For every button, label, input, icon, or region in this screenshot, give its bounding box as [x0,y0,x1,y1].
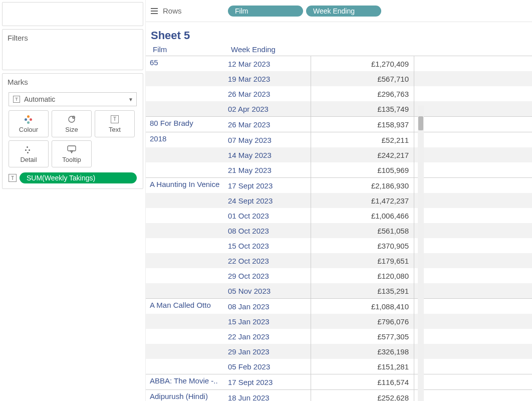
cell-value[interactable]: £242,217 [311,147,414,162]
table-row[interactable]: 08 Oct 2023£561,058 [146,223,532,238]
vertical-scrollbar[interactable] [418,105,424,401]
cell-date[interactable]: 15 Oct 2023 [224,238,311,253]
size-button[interactable]: Size [52,110,92,137]
cell-date[interactable]: 12 Mar 2023 [224,56,311,71]
table-row[interactable]: A Man Called Otto08 Jan 2023£1,088,410 [146,299,532,314]
cell-value[interactable]: £135,291 [311,283,414,298]
cell-date[interactable]: 01 Oct 2023 [224,208,311,223]
header-film[interactable]: Film [153,45,231,54]
table-row[interactable]: 22 Oct 2023£179,651 [146,253,532,268]
cell-date[interactable]: 21 May 2023 [224,162,311,177]
rows-pill-week[interactable]: Week Ending [306,6,381,17]
cell-film[interactable]: ABBA: The Movie -.. [146,374,224,386]
cell-value[interactable]: £135,749 [311,101,414,116]
cell-value[interactable]: £151,281 [311,359,414,374]
cell-value[interactable]: £158,937 [311,117,414,132]
table-row[interactable]: 05 Nov 2023£135,291 [146,283,532,298]
cell-value[interactable]: £796,076 [311,314,414,329]
rows-pill-film[interactable]: Film [228,6,303,17]
scrollbar-thumb[interactable] [418,116,423,130]
cell-value[interactable]: £2,186,930 [311,178,414,193]
cell-film[interactable] [146,329,224,331]
cell-film[interactable] [146,268,224,270]
detail-button[interactable]: Detail [9,140,49,167]
tooltip-button[interactable]: Tooltip [52,140,92,167]
cell-date[interactable]: 18 Jun 2023 [224,390,311,401]
cell-film[interactable]: 65 [146,56,224,68]
cell-date[interactable]: 22 Oct 2023 [224,253,311,268]
cell-film[interactable] [146,162,224,164]
cell-value[interactable]: £561,058 [311,223,414,238]
cell-value[interactable]: £1,088,410 [311,299,414,314]
cell-film[interactable]: 80 For Brady [146,117,224,128]
cell-date[interactable]: 07 May 2023 [224,132,311,147]
table-row[interactable]: 29 Jan 2023£326,198 [146,344,532,359]
table-row[interactable]: ABBA: The Movie -..17 Sept 2023£116,574 [146,374,532,389]
cell-value[interactable]: £179,651 [311,253,414,268]
cell-date[interactable]: 05 Feb 2023 [224,359,311,374]
cell-value[interactable]: £370,905 [311,238,414,253]
cell-film[interactable]: A Haunting In Venice [146,178,224,189]
cell-date[interactable]: 24 Sept 2023 [224,193,311,208]
table-row[interactable]: A Haunting In Venice17 Sept 2023£2,186,9… [146,178,532,193]
table-row[interactable]: 14 May 2023£242,217 [146,147,532,162]
table-row[interactable]: 05 Feb 2023£151,281 [146,359,532,374]
cell-date[interactable]: 22 Jan 2023 [224,329,311,344]
cell-date[interactable]: 17 Sept 2023 [224,178,311,193]
cell-date[interactable]: 29 Jan 2023 [224,344,311,359]
cell-film[interactable]: Adipurush (Hindi) [146,390,224,401]
table-row[interactable]: 29 Oct 2023£120,080 [146,268,532,283]
header-week[interactable]: Week Ending [231,45,318,54]
cell-value[interactable]: £105,969 [311,162,414,177]
cell-film[interactable] [146,208,224,210]
cell-value[interactable]: £1,472,237 [311,193,414,208]
table-row[interactable]: 80 For Brady26 Mar 2023£158,937 [146,117,532,132]
cell-date[interactable]: 08 Jan 2023 [224,299,311,314]
marks-type-select[interactable]: T Automatic ▼ [9,92,137,106]
cell-date[interactable]: 08 Oct 2023 [224,223,311,238]
cell-film[interactable] [146,253,224,255]
cell-value[interactable]: £577,305 [311,329,414,344]
cell-film[interactable] [146,314,224,316]
cell-film[interactable] [146,283,224,285]
rows-shelf[interactable]: Rows Film Week Ending [146,0,532,22]
cell-date[interactable]: 26 Mar 2023 [224,86,311,101]
table-row[interactable]: 02 Apr 2023£135,749 [146,101,532,116]
table-row[interactable]: 201807 May 2023£52,211 [146,132,532,147]
text-button[interactable]: T Text [95,110,135,137]
cell-film[interactable] [146,344,224,346]
cell-value[interactable]: £1,270,409 [311,56,414,71]
marks-pill-sum[interactable]: SUM(Weekly Takings) [20,172,137,183]
cell-date[interactable]: 29 Oct 2023 [224,268,311,283]
table-row[interactable]: 21 May 2023£105,969 [146,162,532,177]
cell-value[interactable]: £52,211 [311,132,414,147]
cell-film[interactable] [146,193,224,195]
cell-value[interactable]: £252,628 [311,390,414,401]
cell-film[interactable] [146,71,224,73]
table-row[interactable]: 22 Jan 2023£577,305 [146,329,532,344]
table-row[interactable]: 19 Mar 2023£567,710 [146,71,532,86]
cell-film[interactable] [146,223,224,225]
colour-button[interactable]: Colour [9,110,49,137]
table-row[interactable]: 15 Oct 2023£370,905 [146,238,532,253]
cell-date[interactable]: 26 Mar 2023 [224,117,311,132]
cell-value[interactable]: £120,080 [311,268,414,283]
cell-date[interactable]: 17 Sept 2023 [224,374,311,389]
table-row[interactable]: 24 Sept 2023£1,472,237 [146,193,532,208]
cell-film[interactable] [146,101,224,103]
table-row[interactable]: 15 Jan 2023£796,076 [146,314,532,329]
cell-date[interactable]: 15 Jan 2023 [224,314,311,329]
cell-film[interactable]: 2018 [146,132,224,144]
cell-date[interactable]: 05 Nov 2023 [224,283,311,298]
cell-date[interactable]: 19 Mar 2023 [224,71,311,86]
cell-date[interactable]: 14 May 2023 [224,147,311,162]
cell-value[interactable]: £567,710 [311,71,414,86]
cell-film[interactable] [146,359,224,361]
cell-value[interactable]: £296,763 [311,86,414,101]
cell-film[interactable] [146,147,224,149]
cell-date[interactable]: 02 Apr 2023 [224,101,311,116]
table-row[interactable]: 01 Oct 2023£1,006,466 [146,208,532,223]
table-row[interactable]: Adipurush (Hindi)18 Jun 2023£252,628 [146,390,532,401]
table-row[interactable]: 26 Mar 2023£296,763 [146,86,532,101]
cell-film[interactable] [146,238,224,240]
